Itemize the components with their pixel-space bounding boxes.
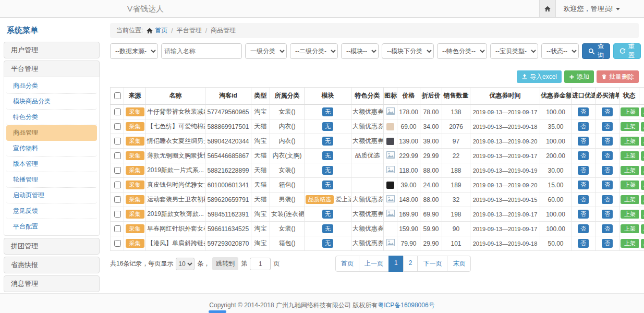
edit-button[interactable] [641,137,644,146]
first-page-button[interactable]: 首页 [335,256,359,272]
filter-select[interactable]: --状态-- [541,43,579,59]
sidebar-group-header[interactable]: 用户管理 [4,42,100,58]
import-toggle-badge[interactable]: 否 [578,180,589,189]
import-toggle-badge[interactable]: 否 [578,210,589,219]
filter-select[interactable]: --模块-- [341,43,379,59]
status-badge[interactable]: 上架 [621,210,639,219]
must-buy-toggle-badge[interactable]: 否 [602,224,613,233]
status-badge[interactable]: 上架 [621,166,639,175]
import-toggle-badge[interactable]: 否 [578,107,589,116]
sidebar-item[interactable]: 轮播管理 [6,172,97,188]
row-checkbox[interactable] [114,240,121,247]
must-buy-toggle-badge[interactable]: 否 [602,151,613,160]
prev-page-button[interactable]: 上一页 [359,256,389,272]
row-checkbox[interactable] [114,152,121,159]
table-row: 采集真皮钱包时尚优雅女士...601000601341天猫箱包()无39.002… [111,178,644,192]
must-buy-toggle-badge[interactable]: 否 [602,195,613,204]
row-checkbox[interactable] [114,182,121,188]
sidebar-group-header[interactable]: 省惠快报 [4,257,100,273]
add-button[interactable]: 添加 [564,70,594,83]
row-checkbox[interactable] [114,167,121,174]
bulk-delete-button[interactable]: 批量删除 [597,70,639,83]
status-badge[interactable]: 上架 [621,122,639,131]
edit-button[interactable] [641,166,644,175]
status-badge[interactable]: 上架 [621,224,639,233]
reset-button[interactable]: 重置 [613,43,641,59]
home-button[interactable] [539,0,556,17]
edit-button[interactable] [641,210,644,219]
row-checkbox[interactable] [114,225,121,232]
edit-button[interactable] [641,239,644,248]
import-toggle-badge[interactable]: 否 [578,151,589,160]
import-toggle-badge[interactable]: 否 [578,166,589,175]
import-toggle-badge[interactable]: 否 [578,137,589,146]
user-menu[interactable]: 欢迎您，管理员! [563,4,620,14]
scrollbar-thumb[interactable] [209,310,226,313]
row-checkbox[interactable] [114,211,121,218]
feature-category-cell: 品质优选 [351,149,384,163]
sidebar-item-active[interactable]: 商品管理 [6,125,97,141]
page-number-button[interactable]: 1 [388,256,404,272]
sidebar-item[interactable]: 意见反馈 [6,203,97,219]
row-checkbox[interactable] [114,138,121,145]
edit-button[interactable] [641,151,644,161]
filter-select[interactable]: --二级分类-- [290,43,338,59]
sidebar-item[interactable]: 模块商品分类 [6,94,97,110]
edit-button[interactable] [641,122,644,131]
row-checkbox[interactable] [114,196,121,203]
jump-page-input[interactable] [250,258,271,270]
import-toggle-badge[interactable]: 否 [578,122,589,131]
last-page-button[interactable]: 末页 [447,256,471,272]
row-checkbox[interactable] [114,123,121,130]
filter-select[interactable]: --数据来源-- [110,43,158,59]
sidebar-group-header[interactable]: 平台管理 [4,61,100,77]
filter-select[interactable]: --模块下分类-- [382,43,434,59]
must-buy-toggle-badge[interactable]: 否 [602,166,613,175]
jump-prefix: 第 [241,259,247,268]
page-size-select[interactable]: 10 [176,258,195,270]
import-toggle-badge[interactable]: 否 [578,195,589,204]
jump-button[interactable]: 跳转到 [212,257,238,270]
sidebar-item[interactable]: 平台配置 [6,219,97,234]
status-badge[interactable]: 上架 [621,180,639,189]
sidebar-item[interactable]: 特色分类 [6,110,97,125]
filter-select[interactable]: --宝贝类型-- [490,43,538,59]
sidebar-item[interactable]: 版本管理 [6,156,97,172]
filter-select[interactable]: 一级分类 [245,43,287,59]
must-buy-toggle-badge[interactable]: 否 [602,239,613,248]
edit-button[interactable] [641,180,644,190]
edit-button[interactable] [641,195,644,204]
sidebar-item[interactable]: 宣传物料 [6,141,97,156]
page-number-button[interactable]: 2 [403,256,418,272]
next-page-button[interactable]: 下一页 [417,256,447,272]
status-badge[interactable]: 上架 [621,151,639,160]
bulk-delete-button-label: 批量删除 [609,73,634,81]
import-excel-button[interactable]: 导入excel [517,70,562,83]
breadcrumb-home-link[interactable]: 首页 [147,26,167,35]
status-badge[interactable]: 上架 [621,195,639,204]
icp-link[interactable]: 粤ICP备16098006号 [378,301,434,310]
name-search-input[interactable] [161,43,242,59]
sidebar-group-header[interactable]: 拼团管理 [4,238,100,255]
sidebar-item[interactable]: 启动页管理 [6,188,97,203]
must-buy-toggle-badge[interactable]: 否 [602,107,613,116]
import-toggle-badge[interactable]: 否 [578,224,589,233]
must-buy-toggle-badge[interactable]: 否 [602,210,613,219]
discount-price-cell: 88.00 [420,163,442,178]
status-badge[interactable]: 上架 [621,137,639,146]
must-buy-toggle-badge[interactable]: 否 [602,122,613,131]
filter-select[interactable]: --特色分类-- [437,43,487,59]
select-all-checkbox[interactable] [114,92,121,99]
import-toggle-badge[interactable]: 否 [578,239,589,248]
must-buy-toggle-badge[interactable]: 否 [602,180,613,189]
icon-cell [384,178,397,192]
must-buy-toggle-badge[interactable]: 否 [602,137,613,146]
edit-button[interactable] [641,224,644,234]
sidebar-group-header[interactable]: 消息管理 [4,275,100,292]
row-checkbox[interactable] [114,109,121,115]
sidebar-item[interactable]: 商品分类 [6,78,97,94]
status-badge[interactable]: 上架 [621,239,639,248]
search-button[interactable]: 查询 [582,43,610,59]
edit-button[interactable] [641,107,644,117]
status-badge[interactable]: 上架 [621,107,639,116]
